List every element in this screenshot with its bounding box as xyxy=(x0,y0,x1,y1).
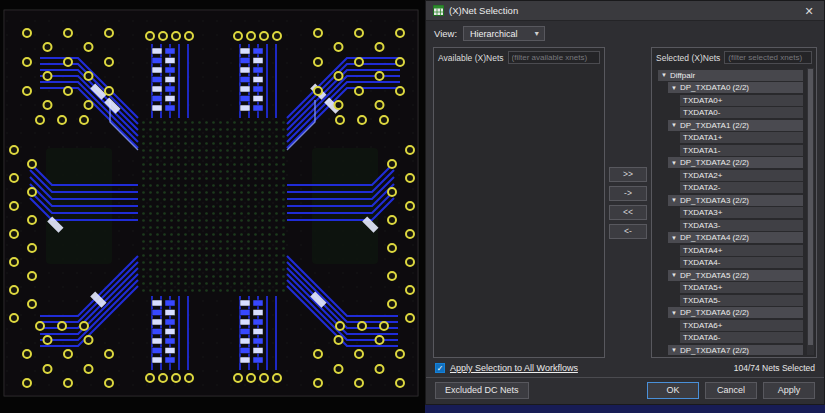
chevron-down-icon[interactable]: ▼ xyxy=(661,72,667,78)
chevron-down-icon[interactable]: ▼ xyxy=(671,310,677,316)
tree-item-label: TXDATA4- xyxy=(683,258,720,267)
tree-item[interactable]: TXDATA2+ xyxy=(680,170,803,181)
selected-nets-tree: ▼Diffpair▼DP_TXDATA0 (2/2)TXDATA0+TXDATA… xyxy=(654,70,805,356)
tree-item-label: TXDATA0+ xyxy=(683,96,723,105)
tree-item[interactable]: TXDATA4- xyxy=(680,257,803,268)
selected-list[interactable]: ▼Diffpair▼DP_TXDATA0 (2/2)TXDATA0+TXDATA… xyxy=(654,68,814,355)
ok-button[interactable]: OK xyxy=(647,382,699,399)
chevron-down-icon[interactable]: ▼ xyxy=(671,197,677,203)
tree-scrollbar[interactable] xyxy=(807,68,814,355)
workflow-row: ✓ Apply Selection to All Workflows 104/7… xyxy=(426,360,824,375)
tree-item-label: TXDATA1+ xyxy=(683,133,723,142)
pcb-layout-view xyxy=(0,0,425,413)
tree-group[interactable]: ▼DP_TXDATA2 (2/2) xyxy=(668,157,803,168)
available-filter-input[interactable] xyxy=(508,51,600,64)
tree-item-label: TXDATA3+ xyxy=(683,208,723,217)
tree-group[interactable]: ▼DP_TXDATA7 (2/2) xyxy=(668,345,803,356)
tree-item[interactable]: TXDATA2- xyxy=(680,182,803,193)
excluded-dc-nets-button[interactable]: Excluded DC Nets xyxy=(435,382,529,399)
dialog-title: (X)Net Selection xyxy=(449,5,518,16)
chevron-down-icon[interactable]: ▼ xyxy=(671,272,677,278)
chevron-down-icon[interactable]: ▼ xyxy=(671,347,677,353)
dialog-button-row: Excluded DC Nets OK Cancel Apply xyxy=(426,377,824,404)
tree-item[interactable]: TXDATA4+ xyxy=(680,245,803,256)
tree-item-label: DP_TXDATA4 (2/2) xyxy=(680,233,749,242)
tree-item[interactable]: TXDATA1- xyxy=(680,145,803,156)
selected-xnets-panel: Selected (X)Nets ▼Diffpair▼DP_TXDATA0 (2… xyxy=(651,47,817,358)
selected-panel-header: Selected (X)Nets xyxy=(652,48,816,66)
chevron-down-icon[interactable]: ▼ xyxy=(671,85,677,91)
transfer-buttons: >> -> << <- xyxy=(605,47,651,358)
tree-item-label: TXDATA0- xyxy=(683,108,720,117)
move-all-left-button[interactable]: << xyxy=(609,205,647,220)
tree-item-label: Diffpair xyxy=(670,71,695,80)
app-stage: (X)Net Selection ✕ View: Hierarchical ▼ … xyxy=(0,0,825,413)
tree-item-label: DP_TXDATA3 (2/2) xyxy=(680,196,749,205)
chevron-down-icon: ▼ xyxy=(533,30,540,37)
tree-group[interactable]: ▼DP_TXDATA0 (2/2) xyxy=(668,82,803,93)
pcb-canvas xyxy=(0,0,425,413)
tree-item-label: TXDATA5- xyxy=(683,296,720,305)
tree-item[interactable]: TXDATA5- xyxy=(680,295,803,306)
tree-item-label: TXDATA1- xyxy=(683,146,720,155)
move-left-button[interactable]: <- xyxy=(609,224,647,239)
chevron-down-icon[interactable]: ▼ xyxy=(671,160,677,166)
tree-group[interactable]: ▼DP_TXDATA6 (2/2) xyxy=(668,307,803,318)
selected-panel-title: Selected (X)Nets xyxy=(656,53,720,63)
tree-item-label: TXDATA2+ xyxy=(683,171,723,180)
tree-item[interactable]: TXDATA1+ xyxy=(680,132,803,143)
view-row: View: Hierarchical ▼ xyxy=(426,21,824,45)
view-mode-value: Hierarchical xyxy=(470,29,518,39)
confirm-buttons: OK Cancel Apply xyxy=(647,382,815,399)
chevron-down-icon[interactable]: ▼ xyxy=(671,235,677,241)
tree-item-label: TXDATA2- xyxy=(683,183,720,192)
tree-item-label: TXDATA6+ xyxy=(683,321,723,330)
apply-all-workflows-checkbox[interactable]: ✓ xyxy=(435,363,445,373)
close-icon[interactable]: ✕ xyxy=(801,3,817,19)
tree-item-label: TXDATA3- xyxy=(683,221,720,230)
tree-scrollbar-thumb[interactable] xyxy=(808,69,813,345)
available-panel-header: Available (X)Nets xyxy=(434,48,604,66)
apply-all-workflows-label[interactable]: Apply Selection to All Workflows xyxy=(450,363,578,373)
apply-button[interactable]: Apply xyxy=(763,382,815,399)
selected-filter-input[interactable] xyxy=(724,51,812,64)
tree-item[interactable]: TXDATA0- xyxy=(680,107,803,118)
xnet-selection-dialog: (X)Net Selection ✕ View: Hierarchical ▼ … xyxy=(425,0,825,405)
tree-item-label: TXDATA4+ xyxy=(683,246,723,255)
tree-root-diffpair[interactable]: ▼Diffpair xyxy=(658,70,803,81)
tree-item-label: DP_TXDATA1 (2/2) xyxy=(680,121,749,130)
xnet-dialog-icon xyxy=(433,5,444,16)
view-mode-dropdown[interactable]: Hierarchical ▼ xyxy=(463,26,545,41)
view-label: View: xyxy=(434,28,457,39)
tree-item-label: TXDATA6- xyxy=(683,333,720,342)
tree-group[interactable]: ▼DP_TXDATA1 (2/2) xyxy=(668,120,803,131)
dialog-main: Available (X)Nets >> -> << <- Selected (… xyxy=(426,45,824,360)
tree-item-label: TXDATA5+ xyxy=(683,283,723,292)
tree-item[interactable]: TXDATA6+ xyxy=(680,320,803,331)
tree-group[interactable]: ▼DP_TXDATA3 (2/2) xyxy=(668,195,803,206)
tree-item-label: DP_TXDATA0 (2/2) xyxy=(680,83,749,92)
nets-selected-status: 104/74 Nets Selected xyxy=(734,363,815,373)
tree-item-label: DP_TXDATA6 (2/2) xyxy=(680,308,749,317)
tree-item-label: DP_TXDATA2 (2/2) xyxy=(680,158,749,167)
available-list[interactable] xyxy=(436,68,602,355)
dialog-titlebar[interactable]: (X)Net Selection ✕ xyxy=(426,1,824,21)
tree-item[interactable]: TXDATA3- xyxy=(680,220,803,231)
tree-item[interactable]: TXDATA6- xyxy=(680,332,803,343)
available-xnets-panel: Available (X)Nets xyxy=(433,47,605,358)
chevron-down-icon[interactable]: ▼ xyxy=(671,122,677,128)
tree-item[interactable]: TXDATA3+ xyxy=(680,207,803,218)
available-panel-title: Available (X)Nets xyxy=(438,53,504,63)
cancel-button[interactable]: Cancel xyxy=(705,382,757,399)
tree-item[interactable]: TXDATA0+ xyxy=(680,95,803,106)
tree-item[interactable]: TXDATA5+ xyxy=(680,282,803,293)
move-all-right-button[interactable]: >> xyxy=(609,167,647,182)
tree-item-label: DP_TXDATA5 (2/2) xyxy=(680,271,749,280)
move-right-button[interactable]: -> xyxy=(609,186,647,201)
tree-item-label: DP_TXDATA7 (2/2) xyxy=(680,346,749,355)
app-status-strip xyxy=(425,405,825,413)
tree-group[interactable]: ▼DP_TXDATA4 (2/2) xyxy=(668,232,803,243)
tree-group[interactable]: ▼DP_TXDATA5 (2/2) xyxy=(668,270,803,281)
